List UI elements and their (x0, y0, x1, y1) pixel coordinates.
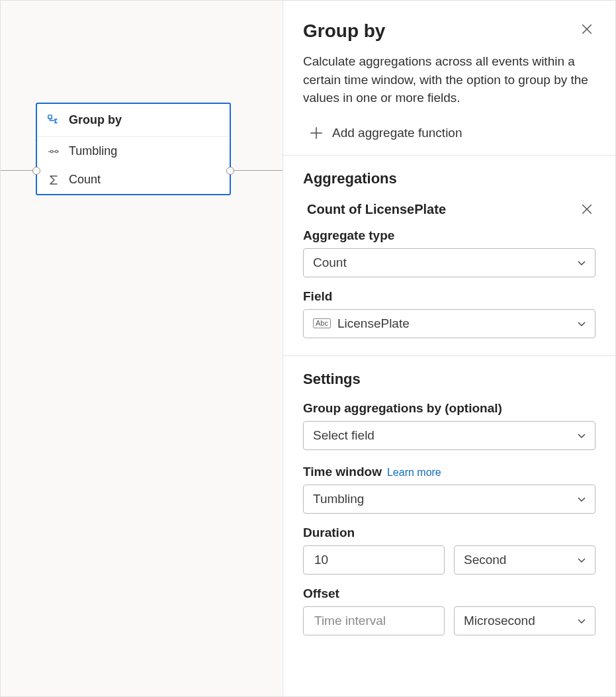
chevron-down-icon (576, 430, 587, 441)
groupby-node[interactable]: Group by Tumbling Count (36, 103, 231, 195)
close-icon (581, 203, 593, 215)
edge-incoming (1, 170, 34, 171)
offset-value[interactable] (313, 613, 436, 629)
svg-rect-0 (48, 115, 52, 118)
time-window-value: Tumbling (313, 492, 364, 506)
offset-input[interactable] (303, 606, 445, 635)
aggregations-section: Aggregations Count of LicensePlate Aggre… (303, 156, 595, 355)
chevron-down-icon (576, 616, 587, 626)
sigma-icon (48, 174, 60, 186)
offset-unit-select[interactable]: Microsecond (454, 606, 595, 635)
node-row-count[interactable]: Count (37, 165, 230, 194)
groupby-field-value: Select field (313, 428, 374, 443)
duration-input[interactable] (303, 545, 445, 575)
close-panel-button[interactable] (578, 21, 595, 39)
time-window-select[interactable]: Tumbling (303, 485, 595, 514)
add-aggregate-label: Add aggregate function (332, 126, 462, 140)
field-select[interactable]: Abc LicensePlate (303, 309, 595, 338)
time-window-learnmore-link[interactable]: Learn more (387, 467, 441, 479)
node-row-tumbling[interactable]: Tumbling (37, 137, 230, 165)
svg-point-1 (51, 150, 54, 153)
field-label: Field (303, 289, 595, 304)
offset-label: Offset (303, 586, 595, 601)
chevron-down-icon (576, 318, 587, 329)
properties-panel: Group by Calculate aggregations across a… (283, 1, 615, 696)
field-value: LicensePlate (337, 316, 410, 331)
graph-canvas: Group by Tumbling Count (1, 1, 284, 696)
settings-heading: Settings (303, 371, 595, 388)
chevron-down-icon (576, 555, 587, 565)
node-title: Group by (69, 113, 122, 127)
panel-title: Group by (303, 21, 385, 42)
tumbling-icon (48, 146, 60, 158)
duration-unit-value: Second (464, 553, 506, 567)
close-icon (581, 23, 593, 35)
add-aggregate-button[interactable]: Add aggregate function (303, 122, 595, 155)
plus-icon (310, 126, 323, 140)
offset-unit-value: Microsecond (464, 614, 535, 628)
time-window-label: Time window (303, 465, 382, 479)
field-type-badge: Abc (313, 318, 331, 328)
chevron-down-icon (576, 494, 587, 504)
node-row-label: Tumbling (69, 144, 117, 158)
remove-aggregation-button[interactable] (578, 201, 595, 219)
output-port[interactable] (226, 167, 234, 175)
aggregations-heading: Aggregations (303, 170, 595, 187)
svg-point-2 (56, 150, 58, 153)
groupby-icon (48, 115, 60, 126)
settings-section: Settings Group aggregations by (optional… (303, 356, 595, 645)
panel-description: Calculate aggregations across all events… (303, 52, 595, 107)
edge-outgoing (232, 170, 284, 171)
aggregation-name: Count of LicensePlate (303, 202, 446, 217)
duration-unit-select[interactable]: Second (454, 545, 595, 575)
node-row-label: Count (69, 173, 101, 187)
duration-label: Duration (303, 526, 595, 540)
groupby-field-label: Group aggregations by (optional) (303, 401, 595, 416)
node-header[interactable]: Group by (37, 104, 230, 137)
input-port[interactable] (32, 167, 40, 175)
aggregate-type-label: Aggregate type (303, 228, 595, 243)
duration-value[interactable] (313, 552, 436, 568)
aggregate-type-value: Count (313, 256, 347, 270)
aggregate-type-select[interactable]: Count (303, 248, 595, 277)
groupby-field-select[interactable]: Select field (303, 421, 595, 450)
chevron-down-icon (576, 257, 587, 268)
